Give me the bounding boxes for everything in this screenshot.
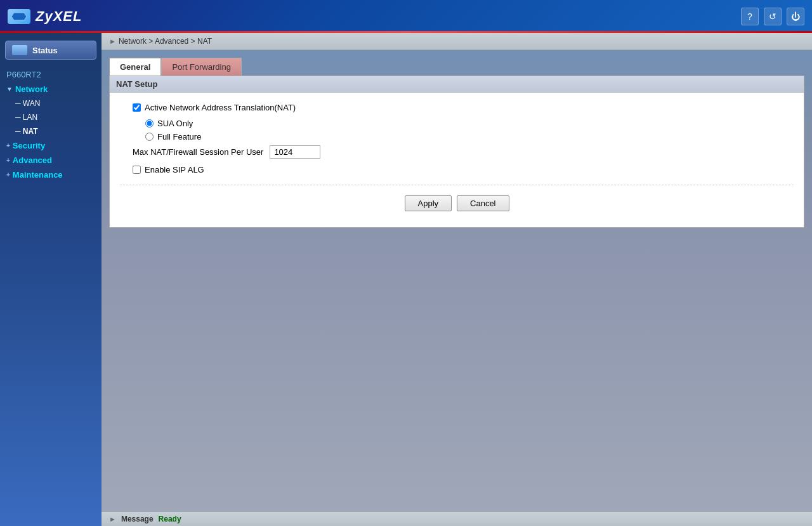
- expand-icon-security: +: [6, 142, 10, 149]
- nat-label: ─ NAT: [15, 127, 38, 136]
- sidebar-device-label: P660RT2: [0, 67, 102, 82]
- sua-only-radio[interactable]: [145, 119, 154, 128]
- cancel-button[interactable]: Cancel: [457, 195, 509, 211]
- security-label: Security: [13, 141, 45, 150]
- max-session-label: Max NAT/Firewall Session Per User: [133, 147, 263, 157]
- status-bar-value: Ready: [159, 515, 181, 523]
- tab-bar: General Port Forwarding: [109, 58, 804, 76]
- sidebar-item-security[interactable]: + Security: [0, 138, 102, 153]
- tab-general[interactable]: General: [109, 58, 161, 76]
- expand-icon-advanced: +: [6, 157, 10, 164]
- status-arrow: ►: [109, 515, 116, 523]
- status-button[interactable]: Status: [5, 41, 96, 60]
- main-panel: NAT Setup Active Network Address Transla…: [109, 76, 804, 228]
- tab-general-label: General: [120, 62, 150, 72]
- sip-alg-row: Enable SIP ALG: [120, 165, 794, 174]
- logout-icon[interactable]: ⏻: [787, 8, 804, 25]
- device-name: P660RT2: [6, 70, 41, 79]
- status-bar-label: Message: [121, 515, 154, 523]
- refresh-icon[interactable]: ↺: [764, 8, 782, 25]
- status-label: Status: [32, 46, 58, 55]
- page-content: General Port Forwarding NAT Setup Active…: [102, 50, 812, 511]
- wan-label: ─ WAN: [15, 99, 40, 108]
- divider: [120, 185, 794, 185]
- logo: ZyXEL: [8, 8, 82, 25]
- active-nat-label: Active Network Address Translation(NAT): [145, 103, 296, 112]
- apply-button[interactable]: Apply: [405, 195, 452, 211]
- sidebar-item-network[interactable]: ▼ Network: [0, 82, 102, 96]
- sidebar-item-maintenance[interactable]: + Maintenance: [0, 168, 102, 182]
- expand-icon-maintenance: +: [6, 171, 10, 178]
- sidebar-section: P660RT2 ▼ Network ─ WAN ─ LAN ─ NAT + Se…: [0, 67, 102, 182]
- active-nat-checkbox[interactable]: [133, 103, 141, 112]
- header-icons: ? ↺ ⏻: [741, 8, 804, 25]
- full-feature-radio[interactable]: [145, 133, 154, 141]
- status-bar: ► Message Ready: [102, 511, 812, 526]
- button-row: Apply Cancel: [120, 195, 794, 211]
- sidebar-item-nat[interactable]: ─ NAT: [0, 124, 102, 138]
- breadcrumb: ► Network > Advanced > NAT: [102, 33, 812, 50]
- sua-only-label: SUA Only: [157, 119, 193, 128]
- sidebar-item-advanced[interactable]: + Advanced: [0, 153, 102, 168]
- expand-icon: ▼: [6, 86, 13, 93]
- sidebar-item-lan[interactable]: ─ LAN: [0, 110, 102, 124]
- sip-alg-label: Enable SIP ALG: [145, 165, 204, 174]
- maintenance-label: Maintenance: [13, 170, 63, 180]
- lan-label: ─ LAN: [15, 113, 37, 122]
- max-session-input[interactable]: [270, 145, 320, 159]
- sidebar-item-wan[interactable]: ─ WAN: [0, 96, 102, 110]
- sidebar: Status P660RT2 ▼ Network ─ WAN ─ LAN ─ N…: [0, 33, 102, 526]
- full-feature-label: Full Feature: [157, 132, 201, 141]
- header: ZyXEL ? ↺ ⏻: [0, 0, 812, 33]
- svg-marker-0: [11, 13, 27, 20]
- advanced-label: Advanced: [13, 155, 52, 165]
- max-session-row: Max NAT/Firewall Session Per User: [120, 145, 794, 159]
- sip-alg-checkbox[interactable]: [133, 166, 141, 174]
- tab-port-forwarding-label: Port Forwarding: [172, 62, 230, 72]
- logo-text: ZyXEL: [36, 8, 82, 25]
- status-icon: [12, 45, 27, 55]
- breadcrumb-path: Network > Advanced > NAT: [119, 37, 212, 46]
- content-area: ► Network > Advanced > NAT General Port …: [102, 33, 812, 526]
- full-feature-row: Full Feature: [120, 132, 794, 141]
- section-title: NAT Setup: [110, 76, 804, 93]
- tab-port-forwarding[interactable]: Port Forwarding: [161, 58, 241, 76]
- help-icon[interactable]: ?: [741, 8, 759, 25]
- logo-icon: [8, 9, 30, 24]
- active-nat-row: Active Network Address Translation(NAT): [120, 103, 794, 112]
- network-label: Network: [15, 84, 48, 94]
- main-layout: Status P660RT2 ▼ Network ─ WAN ─ LAN ─ N…: [0, 33, 812, 526]
- sua-only-row: SUA Only: [120, 119, 794, 128]
- breadcrumb-arrow: ►: [109, 37, 116, 45]
